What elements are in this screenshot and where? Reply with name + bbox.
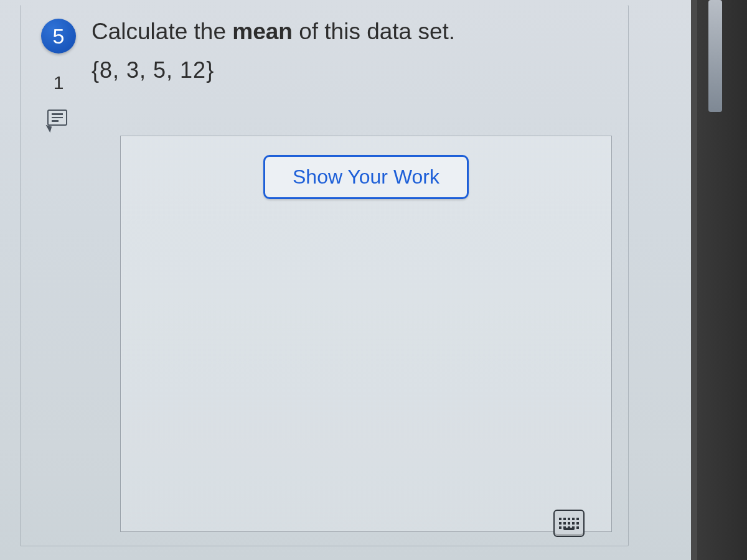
device-bezel — [697, 0, 747, 560]
question-prompt: Calculate the mean of this data set. — [92, 16, 609, 47]
work-area[interactable]: Show Your Work — [120, 136, 612, 532]
question-meta-column: 5 1 — [31, 16, 87, 128]
question-number-badge: 5 — [41, 19, 76, 54]
show-your-work-button[interactable]: Show Your Work — [263, 155, 469, 199]
question-dataset: {8, 3, 5, 12} — [92, 57, 609, 83]
question-points: 1 — [54, 72, 64, 93]
app-surface: 5 1 Calculate the mean of this data set.… — [0, 0, 697, 560]
prompt-post: of this data set. — [293, 19, 455, 44]
prompt-pre: Calculate the — [92, 19, 232, 44]
show-your-work-label: Show Your Work — [293, 166, 439, 188]
question-card: 5 1 Calculate the mean of this data set.… — [20, 5, 629, 546]
question-text-column: Calculate the mean of this data set. {8,… — [87, 16, 609, 83]
prompt-emphasis: mean — [232, 19, 293, 44]
keyboard-button[interactable] — [553, 510, 585, 537]
question-number: 5 — [53, 24, 65, 49]
scrollbar-thumb[interactable] — [708, 0, 722, 112]
question-header: 5 1 Calculate the mean of this data set.… — [21, 5, 628, 128]
comment-icon[interactable] — [47, 110, 70, 128]
